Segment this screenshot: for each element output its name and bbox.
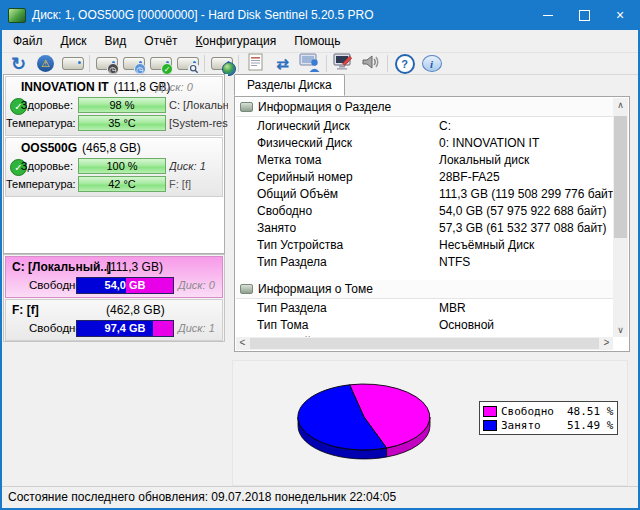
- free-space-value: 97,4 GB: [77, 321, 173, 336]
- partition-item-f[interactable]: F: [f] (462,8 GB) Свободно 97,4 GB Диск:…: [5, 299, 223, 341]
- minimize-button[interactable]: [530, 0, 566, 30]
- disk-item-1[interactable]: OOS500G(465,8 GB) ✓ Здоровье: 100 % Диск…: [5, 137, 223, 197]
- disk-button[interactable]: [59, 54, 86, 74]
- health-bar: 100 %: [78, 158, 166, 174]
- toolbar-separator: [204, 55, 205, 72]
- menu-item[interactable]: Диск: [52, 30, 96, 52]
- scroll-left-icon[interactable]: <: [236, 337, 249, 350]
- temperature-bar: 35 °C: [78, 115, 166, 131]
- legend-value: 51.49 %: [567, 419, 613, 432]
- vertical-scrollbar[interactable]: ∧ ∨: [613, 98, 628, 337]
- info-row: Физический Диск0: INNOVATION IT: [236, 134, 613, 151]
- disk-list: INNOVATION IT(111,8 GB) Диск: 0 ✓ Здоров…: [3, 74, 225, 254]
- used-swatch: [483, 420, 497, 431]
- disk-item-0[interactable]: INNOVATION IT(111,8 GB) Диск: 0 ✓ Здоров…: [5, 76, 223, 136]
- info-row: Тип РазделаNTFS: [236, 253, 613, 270]
- disk-analyze-button[interactable]: [174, 54, 201, 74]
- info-row: Тип РазделаMBR: [236, 299, 613, 316]
- free-space-bar: 97,4 GB: [76, 320, 174, 337]
- disk-number: Диск: 0: [156, 81, 193, 93]
- refresh-button[interactable]: ↻: [5, 54, 32, 74]
- section-icon: [240, 284, 253, 294]
- report-icon: [248, 53, 263, 74]
- legend-value: 48.51 %: [567, 405, 613, 418]
- partition-item-c[interactable]: C: [Локальный..] (111,3 GB) Свободно 54,…: [5, 256, 223, 298]
- close-icon: ×: [616, 8, 624, 22]
- section-header: Информация о Разделе: [236, 98, 613, 117]
- scrollbar-thumb[interactable]: [250, 338, 599, 349]
- section-header: Информация о Томе: [236, 280, 613, 299]
- clock-icon: ◷: [107, 63, 119, 75]
- toolbar-separator: [387, 55, 388, 72]
- disk-number: Диск: 0: [178, 279, 215, 291]
- magnifier-icon: [188, 63, 200, 75]
- info-button[interactable]: i: [418, 54, 445, 74]
- tab-strip: Разделы Диска: [230, 74, 638, 96]
- scroll-down-icon[interactable]: ∨: [613, 323, 628, 337]
- toolbar-separator: [326, 55, 327, 72]
- clock-icon: ◷: [134, 63, 146, 75]
- menu-bar: ФайлДискВидОтчётКонфигурацияПомощь: [2, 30, 638, 52]
- maximize-button[interactable]: [566, 0, 602, 30]
- free-space-value: 54,0 GB: [77, 278, 173, 293]
- status-text: Состояние последнего обновления: 09.07.2…: [8, 490, 396, 504]
- legend-item-used: Занято 51.49 %: [483, 418, 613, 432]
- display-settings-button[interactable]: [330, 54, 357, 74]
- info-row: Свободно54,0 GB (57 975 922 688 байт): [236, 202, 613, 219]
- info-row: Общий Объём111,3 GB (119 508 299 776 бай…: [236, 185, 613, 202]
- health-label: Здоровье:: [6, 99, 73, 111]
- toolbar-separator: [238, 55, 239, 72]
- network-disk-button[interactable]: [208, 54, 235, 74]
- disk-schedule-button[interactable]: ◷: [120, 54, 147, 74]
- scroll-right-icon[interactable]: >: [600, 337, 613, 350]
- sound-icon: [361, 53, 381, 74]
- chart-legend: Свободно 48.51 % Занято 51.49 %: [479, 401, 618, 435]
- free-label: Свободно: [29, 322, 82, 334]
- temperature-label: Температура:: [6, 117, 73, 129]
- disk-history-button[interactable]: ◷: [93, 54, 120, 74]
- disk-ok-button[interactable]: ✓: [147, 54, 174, 74]
- app-icon: [8, 8, 26, 23]
- menu-item[interactable]: Отчёт: [135, 30, 186, 52]
- sync-button[interactable]: ⇄: [269, 54, 296, 74]
- remote-computer-button[interactable]: [296, 54, 323, 74]
- info-list: Информация о РазделеЛогический ДискC:Физ…: [236, 98, 613, 337]
- scrollbar-thumb[interactable]: [614, 116, 627, 238]
- menu-item[interactable]: Помощь: [285, 30, 349, 52]
- window-title: Диск: 1, OOS500G [00000000] - Hard Disk …: [32, 8, 374, 22]
- sound-button[interactable]: [357, 54, 384, 74]
- help-button[interactable]: ?: [391, 54, 418, 74]
- partition-ref: C: [Локальны: [169, 99, 228, 111]
- check-icon: ✓: [161, 63, 173, 75]
- partition-list: C: [Локальный..] (111,3 GB) Свободно 54,…: [3, 254, 225, 342]
- temperature-label: Температура:: [6, 178, 73, 190]
- legend-item-free: Свободно 48.51 %: [483, 404, 613, 418]
- partition-ref: [System-res: [169, 117, 228, 129]
- alert-button[interactable]: ⚠: [32, 54, 59, 74]
- health-label: Здоровье:: [6, 160, 73, 172]
- menu-item[interactable]: Файл: [4, 30, 52, 52]
- sync-icon: ⇄: [276, 55, 289, 73]
- menu-item[interactable]: Конфигурация: [187, 30, 286, 52]
- status-bar: Состояние последнего обновления: 09.07.2…: [2, 486, 638, 508]
- titlebar: Диск: 1, OOS500G [00000000] - Hard Disk …: [0, 0, 640, 30]
- info-row: Занято57,3 GB (61 532 377 088 байт): [236, 219, 613, 236]
- partition-size: (111,3 GB): [106, 260, 163, 274]
- partition-size: (462,8 GB): [106, 303, 165, 317]
- close-button[interactable]: ×: [602, 0, 638, 30]
- info-icon: i: [422, 55, 442, 72]
- legend-label: Занято: [501, 419, 567, 432]
- tab-disk-partitions[interactable]: Разделы Диска: [234, 74, 345, 96]
- horizontal-scrollbar[interactable]: < >: [236, 337, 613, 350]
- info-row: Серийный номер28BF-FA25: [236, 168, 613, 185]
- scroll-up-icon[interactable]: ∧: [613, 98, 628, 112]
- info-row: Тип УстройстваНесъёмный Диск: [236, 236, 613, 253]
- menu-item[interactable]: Вид: [96, 30, 136, 52]
- toolbar-separator: [89, 55, 90, 72]
- disk-size: (465,8 GB): [82, 141, 141, 155]
- partition-title: F: [f]: [12, 303, 39, 317]
- disk-title: OOS500G(465,8 GB): [21, 141, 141, 155]
- report-button[interactable]: [242, 54, 269, 74]
- info-row: Логический ДискC:: [236, 117, 613, 134]
- left-panel: INNOVATION IT(111,8 GB) Диск: 0 ✓ Здоров…: [2, 74, 228, 487]
